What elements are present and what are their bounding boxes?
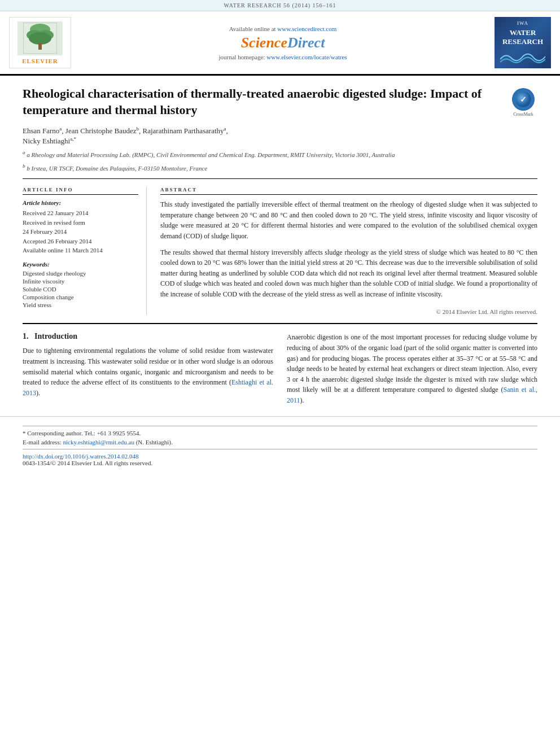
keyword-1: Digested sludge rheology [23, 270, 138, 277]
crossmark-badge: ✓ [512, 88, 535, 111]
keyword-4: Composition change [23, 294, 138, 300]
water-research-logo: IWA WATERRESEARCH [495, 17, 551, 68]
svg-point-3 [29, 32, 51, 45]
article-title: Rheological characterisation of thermall… [23, 86, 509, 118]
footer: * Corresponding author. Tel.: +61 3 9925… [0, 416, 560, 474]
sciencedirect-title: ScienceDirect [241, 34, 325, 51]
footer-hr [23, 426, 537, 426]
article-info-col: ARTICLE INFO Article history: Received 2… [23, 187, 147, 315]
sciencedirect-url[interactable]: www.sciencedirect.com [277, 25, 336, 32]
top-bar: WATER RESEARCH 56 (2014) 156–161 [0, 0, 560, 11]
email-line: E-mail address: nicky.eshtiaghi@rmit.edu… [23, 439, 537, 445]
doi-link[interactable]: http://dx.doi.org/10.1016/j.watres.2014.… [23, 453, 138, 460]
body-col-left: 1. Introduction Due to tightening enviro… [23, 332, 273, 410]
keyword-3: Soluble COD [23, 286, 138, 292]
svg-text:✓: ✓ [520, 95, 527, 104]
article-info-heading: ARTICLE INFO [23, 187, 138, 195]
title-section: Rheological characterisation of thermall… [23, 76, 537, 179]
issn-line: 0043-1354/© 2014 Elsevier Ltd. All right… [23, 460, 537, 466]
intro-p2: Anaerobic digestion is one of the most i… [287, 332, 537, 405]
history-label: Article history: [23, 199, 138, 206]
journal-citation: WATER RESEARCH 56 (2014) 156–161 [224, 2, 336, 8]
intro-p1: Due to tightening environmental regulati… [23, 346, 273, 398]
affiliation-b: b b Irstea, UR TSCF, Domaine des Palaqui… [23, 163, 509, 173]
sanin-link[interactable]: Sanin et al., 2011 [287, 386, 537, 404]
history-text: Received 22 January 2014 Received in rev… [23, 208, 138, 255]
journal-url[interactable]: www.elsevier.com/locate/watres [266, 54, 347, 60]
journal-homepage: journal homepage: www.elsevier.com/locat… [218, 54, 347, 60]
elsevier-text: ELSEVIER [22, 58, 58, 64]
crossmark-area: ✓ CrossMark [509, 86, 537, 173]
main-content: Rheological characterisation of thermall… [0, 76, 560, 410]
abstract-p1: This study investigated the partially ir… [160, 199, 537, 241]
email-link[interactable]: nicky.eshtiaghi@rmit.edu.au [63, 439, 134, 445]
header-center: Available online at www.sciencedirect.co… [77, 17, 489, 68]
keywords-label: Keywords: [23, 261, 138, 268]
eshtiaghi-link[interactable]: Eshtiaghi et al. 2013 [23, 378, 273, 397]
corresponding-author: * Corresponding author. Tel.: +61 3 9925… [23, 430, 537, 436]
elsevier-logo: ELSEVIER [9, 17, 71, 68]
body-content: 1. Introduction Due to tightening enviro… [23, 332, 537, 410]
copyright: © 2014 Elsevier Ltd. All rights reserved… [160, 305, 537, 315]
elsevier-tree-image [18, 21, 63, 55]
keyword-2: Infinite viscosity [23, 278, 138, 285]
keyword-5: Yield stress [23, 302, 138, 308]
crossmark-label: CrossMark [512, 112, 535, 117]
body-divider [23, 323, 537, 324]
article-info-abstract: ARTICLE INFO Article history: Received 2… [23, 179, 537, 315]
available-online-text: Available online at www.sciencedirect.co… [229, 25, 337, 32]
abstract-col: ABSTRACT This study investigated the par… [160, 187, 537, 315]
affiliation-a: a a Rheology and Material Processing Lab… [23, 149, 509, 159]
body-col-right: Anaerobic digestion is one of the most i… [287, 332, 537, 410]
wr-iwa-label: IWA [517, 20, 528, 26]
svg-rect-4 [38, 43, 42, 50]
abstract-p2: The results showed that thermal history … [160, 247, 537, 300]
footer-hr-2 [23, 449, 537, 449]
intro-heading: 1. Introduction [23, 332, 273, 341]
journal-header: ELSEVIER Available online at www.science… [0, 11, 560, 76]
wr-title: WATERRESEARCH [502, 28, 543, 46]
abstract-heading: ABSTRACT [160, 187, 537, 195]
title-block: Rheological characterisation of thermall… [23, 86, 509, 173]
authors: Ehsan Farnoa, Jean Christophe Baudezb, R… [23, 126, 509, 146]
doi-link-line: http://dx.doi.org/10.1016/j.watres.2014.… [23, 453, 537, 460]
